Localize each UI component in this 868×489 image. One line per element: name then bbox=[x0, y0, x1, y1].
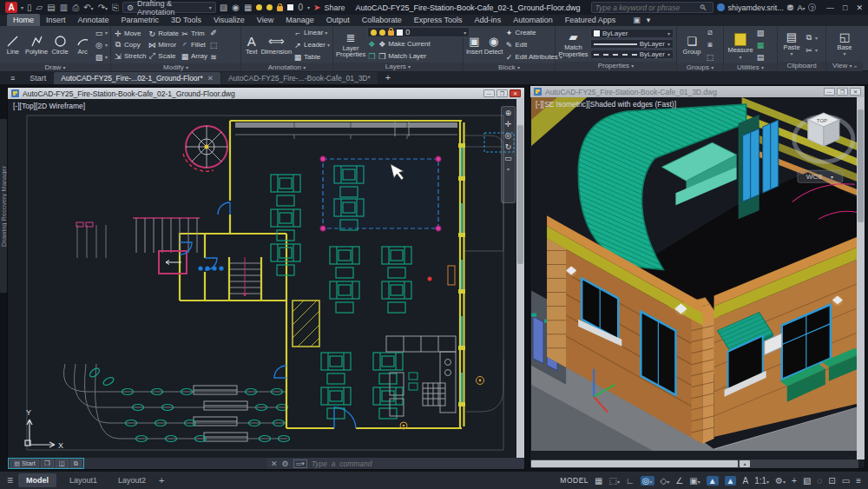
object-color-dropdown[interactable]: ByLayer▾ bbox=[590, 29, 674, 38]
lock-icon[interactable] bbox=[277, 6, 283, 11]
share-button[interactable]: Share bbox=[324, 3, 345, 12]
array-button[interactable]: ▦Array bbox=[181, 50, 207, 62]
autodesk-access-icon[interactable]: A▾ bbox=[797, 3, 805, 12]
plot-icon[interactable]: ⎙ bbox=[72, 3, 79, 13]
grid-toggle-icon[interactable]: ▦ bbox=[595, 476, 602, 486]
annotation-monitor-icon[interactable]: + bbox=[792, 476, 797, 486]
model-canvas-2d[interactable]: Y X ⊕ ✛ ◎ ↻ ▭ ▾ bbox=[8, 99, 518, 459]
panel-label-layers[interactable]: Layers ▾ bbox=[333, 63, 463, 71]
sheet-icon[interactable]: ▨ bbox=[220, 3, 227, 12]
move-button[interactable]: ✛Move bbox=[114, 28, 146, 39]
rectangle-tool-icon[interactable]: ▭▾ bbox=[95, 27, 108, 38]
new-layout-icon[interactable]: + bbox=[159, 475, 164, 486]
user-avatar[interactable] bbox=[717, 3, 724, 11]
match-layer-button[interactable]: ❒❒Match Layer bbox=[367, 50, 470, 62]
panel-label-utilities[interactable]: Utilities ▾ bbox=[724, 63, 777, 71]
units-icon[interactable]: ▧ bbox=[803, 476, 811, 486]
command-recent-icon[interactable]: ▭▾ bbox=[293, 459, 307, 468]
text-button[interactable]: AText bbox=[244, 35, 260, 56]
layout-tab-layout2[interactable]: Layout2 bbox=[110, 473, 154, 487]
mini-tab-icon-3[interactable]: ⧉ bbox=[70, 459, 82, 468]
layer-on-bulb-icon[interactable] bbox=[256, 4, 262, 10]
help-icon[interactable]: ? bbox=[808, 3, 816, 11]
isolate-objects-icon[interactable]: ◌ bbox=[817, 476, 822, 486]
linear-button[interactable]: ⌐Linear▾ bbox=[293, 27, 330, 38]
annotation-scale-icon[interactable]: A bbox=[742, 476, 748, 486]
clean-screen-icon[interactable]: ▭ bbox=[842, 476, 850, 486]
restore-icon[interactable]: ❐ bbox=[837, 88, 848, 96]
copy-button[interactable]: ⧉Copy bbox=[114, 39, 146, 50]
maximize-icon[interactable]: □ bbox=[843, 3, 847, 12]
panel-label-groups[interactable]: Groups ▾ bbox=[677, 63, 723, 71]
wcs-dropdown[interactable]: WCS ▾ bbox=[798, 170, 843, 182]
zoom-icon[interactable]: ◎ bbox=[505, 131, 512, 140]
mirror-button[interactable]: ⋈Mirror bbox=[148, 39, 179, 50]
circle-button[interactable]: Circle bbox=[49, 35, 70, 56]
rotate-button[interactable]: ↻Rotate bbox=[148, 28, 179, 39]
close-icon[interactable]: ✕ bbox=[856, 3, 863, 12]
group-edit-icon[interactable]: ⧆ bbox=[706, 39, 714, 50]
workspace-dropdown[interactable]: ⚙ Drafting & Annotation ▾ bbox=[122, 2, 216, 13]
tab-express-tools[interactable]: Express Tools bbox=[408, 14, 469, 26]
search-icon[interactable]: 🔍︎ bbox=[700, 3, 707, 12]
save-icon[interactable]: ▤ bbox=[47, 3, 55, 12]
panel-label-modify[interactable]: Modify ▾ bbox=[111, 63, 240, 71]
close-icon[interactable]: ✕ bbox=[510, 89, 521, 97]
explode-tool-icon[interactable]: ⬚ bbox=[209, 39, 218, 50]
scale-value[interactable]: 1:1▾ bbox=[754, 476, 769, 486]
autoscale-icon[interactable]: ▲ bbox=[725, 476, 737, 486]
layout-tab-layout1[interactable]: Layout1 bbox=[62, 473, 105, 487]
layer-dropdown-value[interactable]: 0 bbox=[298, 3, 303, 12]
tab-3d-tools[interactable]: 3D Tools bbox=[165, 14, 207, 26]
drawing-window-2d-titlebar[interactable]: AutoCAD-FY25_Fire-Station-Book-Cafe_02-1… bbox=[8, 88, 524, 99]
command-input[interactable] bbox=[312, 459, 485, 468]
layer-dropdown[interactable]: 0 ▾ bbox=[367, 27, 470, 37]
panel-label-draw[interactable]: Draw ▾ bbox=[0, 63, 110, 71]
fillet-button[interactable]: ◜Fillet bbox=[181, 39, 207, 50]
workspace-gear-icon[interactable]: ⚙▾ bbox=[775, 476, 786, 486]
tab-home[interactable]: Home bbox=[7, 14, 40, 26]
scale-button[interactable]: ⤢Scale bbox=[148, 50, 179, 62]
create-block-button[interactable]: ✦Create bbox=[504, 27, 562, 38]
eye-icon[interactable]: ◉ bbox=[232, 3, 240, 12]
osnap-icon[interactable]: ▣▾ bbox=[689, 476, 700, 486]
snap-toggle-icon[interactable]: ⬚▾ bbox=[609, 476, 620, 486]
undo-icon[interactable]: ↶▾ bbox=[83, 3, 93, 12]
cart-icon[interactable]: ⛃ bbox=[787, 3, 794, 12]
model-canvas-3d[interactable]: 1982 bbox=[530, 97, 858, 451]
polar-tracking-icon[interactable]: ◎▾ bbox=[641, 476, 654, 486]
tab-view[interactable]: View bbox=[251, 14, 279, 26]
vertical-scrollbar-3d[interactable] bbox=[857, 97, 865, 459]
panel-label-properties[interactable]: Properties ▾ bbox=[556, 62, 676, 71]
offset-tool-icon[interactable]: ≋ bbox=[209, 51, 218, 63]
file-tabs-menu-icon[interactable]: ≡ bbox=[3, 72, 22, 84]
drawing-window-3d-titlebar[interactable]: AutoCAD-FY25_Fire-Station-Book-Cafe_01_3… bbox=[530, 86, 865, 97]
panel-label-view[interactable]: View ▾ » bbox=[826, 62, 863, 71]
horizontal-scrollbar-3d[interactable]: ▴ bbox=[530, 459, 858, 468]
search-box[interactable]: 🔍︎ bbox=[591, 2, 713, 13]
make-current-button[interactable]: ❖❖Make Current bbox=[367, 38, 470, 50]
graphics-performance-icon[interactable]: ⊡ bbox=[828, 476, 835, 486]
group-button[interactable]: ❏Group bbox=[680, 35, 704, 56]
match-properties-button[interactable]: ▰Match Properties bbox=[558, 30, 589, 57]
mini-layout-tabs[interactable]: ▦Start ❐ ◫ ⧉ bbox=[8, 458, 84, 469]
tab-parametric[interactable]: Parametric bbox=[115, 14, 166, 26]
layout-menu-icon[interactable]: ≡ bbox=[7, 474, 13, 486]
ungroup-icon[interactable]: ⧄ bbox=[706, 27, 714, 38]
tab-automation[interactable]: Automation bbox=[507, 14, 559, 26]
measure-button[interactable]: Measure▾ bbox=[727, 29, 754, 61]
linetype-dropdown[interactable]: ByLayer▾ bbox=[590, 50, 674, 59]
save-as-icon[interactable]: ▥ bbox=[60, 3, 68, 12]
search-input[interactable] bbox=[595, 3, 700, 12]
otrack-icon[interactable]: ∠ bbox=[675, 476, 683, 486]
open-folder-icon[interactable]: ▱ bbox=[36, 3, 43, 12]
id-point-icon[interactable]: ▤ bbox=[756, 51, 765, 63]
group-select-icon[interactable]: ⬚ bbox=[706, 51, 714, 63]
viewport-controls-3d[interactable]: [-][SE Isometric][Shaded with edges (Fas… bbox=[536, 100, 676, 109]
autocad-logo-icon[interactable]: A bbox=[5, 2, 17, 13]
start-tab[interactable]: Start bbox=[23, 72, 53, 84]
erase-tool-icon[interactable]: ✐ bbox=[209, 27, 218, 38]
ribbon-options-icon[interactable]: ▣▾ bbox=[627, 14, 662, 26]
layout-tab-model[interactable]: Model bbox=[18, 473, 56, 487]
mini-tab-icon-1[interactable]: ❐ bbox=[41, 459, 54, 468]
